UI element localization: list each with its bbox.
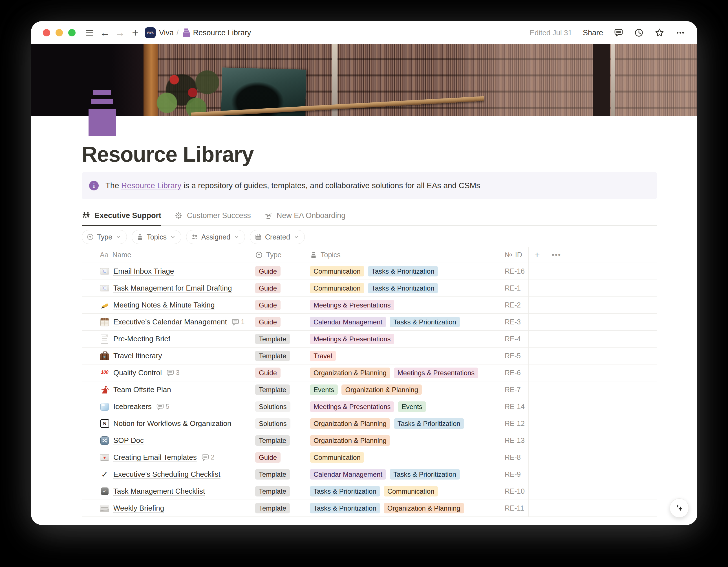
cell-id[interactable]: RE-2 bbox=[496, 297, 529, 314]
topic-tag-organization-planning[interactable]: Organization & Planning bbox=[310, 418, 390, 429]
forward-button[interactable]: → bbox=[114, 25, 126, 40]
cell-type[interactable]: Guide bbox=[252, 449, 306, 466]
page-link[interactable]: Quality Control bbox=[113, 369, 162, 377]
type-tag-guide[interactable]: Guide bbox=[255, 300, 281, 310]
table-row[interactable]: ♥Creating Email Templates2GuideCommunica… bbox=[82, 449, 657, 466]
cell-id[interactable]: RE-1 bbox=[496, 280, 529, 297]
cell-id[interactable]: RE-9 bbox=[496, 466, 529, 483]
workspace-logo[interactable]: VIVA bbox=[145, 27, 156, 38]
cell-topics[interactable]: CommunicationTasks & Prioritization bbox=[306, 280, 496, 297]
cell-type[interactable]: Solutions bbox=[252, 398, 306, 415]
page-title[interactable]: Resource Library bbox=[82, 142, 253, 166]
cell-name[interactable]: Executive’s Calendar Management1 bbox=[82, 314, 252, 330]
topic-tag-meetings-presentations[interactable]: Meetings & Presentations bbox=[310, 300, 394, 310]
cell-name[interactable]: Pre-Meeting Brief bbox=[82, 331, 252, 347]
filter-created[interactable]: Created bbox=[250, 230, 305, 244]
cell-name[interactable]: ✓Task Management Checklist bbox=[82, 483, 252, 500]
comments-button[interactable] bbox=[614, 28, 623, 37]
cell-type[interactable]: Template bbox=[252, 381, 306, 398]
topic-tag-tasks-prioritization[interactable]: Tasks & Prioritization bbox=[310, 486, 380, 497]
page-link[interactable]: SOP Doc bbox=[113, 436, 144, 445]
page-link[interactable]: Team Offsite Plan bbox=[113, 385, 171, 394]
cell-type[interactable]: Template bbox=[252, 466, 306, 483]
page-link[interactable]: Executive’s Scheduling Checklist bbox=[113, 470, 220, 479]
type-tag-solutions[interactable]: Solutions bbox=[255, 418, 290, 429]
tab-executive-support[interactable]: Executive Support bbox=[82, 211, 161, 220]
type-tag-template[interactable]: Template bbox=[255, 334, 290, 344]
page-link[interactable]: Travel Itinerary bbox=[113, 352, 162, 360]
breadcrumb-page[interactable]: Resource Library bbox=[193, 28, 251, 37]
cell-id[interactable]: RE-4 bbox=[496, 331, 529, 347]
comment-count-badge[interactable]: 5 bbox=[156, 403, 169, 411]
cell-id[interactable]: RE-7 bbox=[496, 381, 529, 398]
cell-id[interactable]: RE-3 bbox=[496, 314, 529, 330]
topic-tag-calendar-management[interactable]: Calendar Management bbox=[310, 317, 386, 327]
cell-type[interactable]: Template bbox=[252, 331, 306, 347]
type-tag-guide[interactable]: Guide bbox=[255, 283, 281, 294]
cell-id[interactable]: RE-13 bbox=[496, 432, 529, 449]
cell-name[interactable]: EEmail Inbox Triage bbox=[82, 263, 252, 279]
topic-tag-events[interactable]: Events bbox=[310, 385, 338, 395]
table-options-button[interactable]: ••• bbox=[552, 250, 561, 259]
cell-topics[interactable]: Communication bbox=[306, 449, 496, 466]
more-options-button[interactable] bbox=[675, 28, 685, 38]
cell-type[interactable]: Guide bbox=[252, 263, 306, 279]
zoom-window-button[interactable] bbox=[68, 29, 76, 36]
cell-type[interactable]: Guide bbox=[252, 297, 306, 314]
cell-type[interactable]: Solutions bbox=[252, 415, 306, 432]
cell-name[interactable]: Weekly Briefing bbox=[82, 500, 252, 517]
cell-id[interactable]: RE-11 bbox=[496, 500, 529, 517]
topic-tag-organization-planning[interactable]: Organization & Planning bbox=[310, 435, 390, 446]
page-link[interactable]: Email Inbox Triage bbox=[113, 267, 174, 275]
cell-type[interactable]: Template bbox=[252, 432, 306, 449]
topic-tag-communication[interactable]: Communication bbox=[384, 486, 438, 497]
table-row[interactable]: Weekly BriefingTemplateTasks & Prioritiz… bbox=[82, 500, 657, 517]
page-link[interactable]: Weekly Briefing bbox=[113, 504, 164, 513]
cell-name[interactable]: ♥Creating Email Templates2 bbox=[82, 449, 252, 466]
page-link[interactable]: Task Management Checklist bbox=[113, 487, 205, 496]
cell-id[interactable]: RE-6 bbox=[496, 365, 529, 381]
cell-type[interactable]: Guide bbox=[252, 280, 306, 297]
cell-topics[interactable]: Meetings & Presentations bbox=[306, 331, 496, 347]
page-link[interactable]: Notion for Workflows & Organization bbox=[113, 419, 231, 428]
comment-count-badge[interactable]: 1 bbox=[231, 318, 245, 326]
cell-name[interactable]: Travel Itinerary bbox=[82, 348, 252, 364]
cell-topics[interactable]: Tasks & PrioritizationOrganization & Pla… bbox=[306, 500, 496, 517]
topic-tag-meetings-presentations[interactable]: Meetings & Presentations bbox=[310, 402, 394, 412]
type-tag-template[interactable]: Template bbox=[255, 486, 290, 497]
table-row[interactable]: SOP DocTemplateOrganization & PlanningRE… bbox=[82, 432, 657, 449]
minimize-window-button[interactable] bbox=[56, 29, 63, 36]
cell-type[interactable]: Template bbox=[252, 483, 306, 500]
filter-assigned[interactable]: Assigned bbox=[186, 230, 245, 244]
cell-name[interactable]: 100Quality Control3 bbox=[82, 365, 252, 381]
type-tag-template[interactable]: Template bbox=[255, 351, 290, 361]
type-tag-solutions[interactable]: Solutions bbox=[255, 402, 290, 412]
cell-name[interactable]: ETask Management for Email Drafting bbox=[82, 280, 252, 297]
type-tag-guide[interactable]: Guide bbox=[255, 452, 281, 463]
type-tag-template[interactable]: Template bbox=[255, 435, 290, 446]
close-window-button[interactable] bbox=[43, 29, 50, 36]
topic-tag-travel[interactable]: Travel bbox=[310, 351, 336, 361]
filter-topics[interactable]: Topics bbox=[132, 230, 181, 244]
topic-tag-communication[interactable]: Communication bbox=[310, 266, 364, 276]
table-row[interactable]: EEmail Inbox TriageGuideCommunicationTas… bbox=[82, 263, 657, 280]
page-link[interactable]: Pre-Meeting Brief bbox=[113, 335, 170, 343]
add-column-button[interactable]: + bbox=[534, 249, 540, 260]
cell-topics[interactable]: CommunicationTasks & Prioritization bbox=[306, 263, 496, 279]
cell-type[interactable]: Template bbox=[252, 348, 306, 364]
table-row[interactable]: ETask Management for Email DraftingGuide… bbox=[82, 280, 657, 297]
cell-topics[interactable]: Tasks & PrioritizationCommunication bbox=[306, 483, 496, 500]
type-tag-guide[interactable]: Guide bbox=[255, 266, 281, 276]
cell-topics[interactable]: Meetings & Presentations bbox=[306, 297, 496, 314]
page-link[interactable]: Creating Email Templates bbox=[113, 453, 197, 462]
cell-name[interactable]: Meeting Notes & Minute Taking bbox=[82, 297, 252, 314]
topic-tag-organization-planning[interactable]: Organization & Planning bbox=[384, 503, 464, 513]
topic-tag-meetings-presentations[interactable]: Meetings & Presentations bbox=[310, 334, 394, 344]
page-link[interactable]: Task Management for Email Drafting bbox=[113, 284, 232, 293]
ai-assistant-button[interactable] bbox=[670, 498, 689, 518]
cell-topics[interactable]: Organization & PlanningTasks & Prioritiz… bbox=[306, 415, 496, 432]
callout-link[interactable]: Resource Library bbox=[121, 181, 181, 190]
cell-id[interactable]: RE-8 bbox=[496, 449, 529, 466]
table-row[interactable]: Executive’s Calendar Management1GuideCal… bbox=[82, 314, 657, 331]
topic-tag-calendar-management[interactable]: Calendar Management bbox=[310, 469, 386, 480]
